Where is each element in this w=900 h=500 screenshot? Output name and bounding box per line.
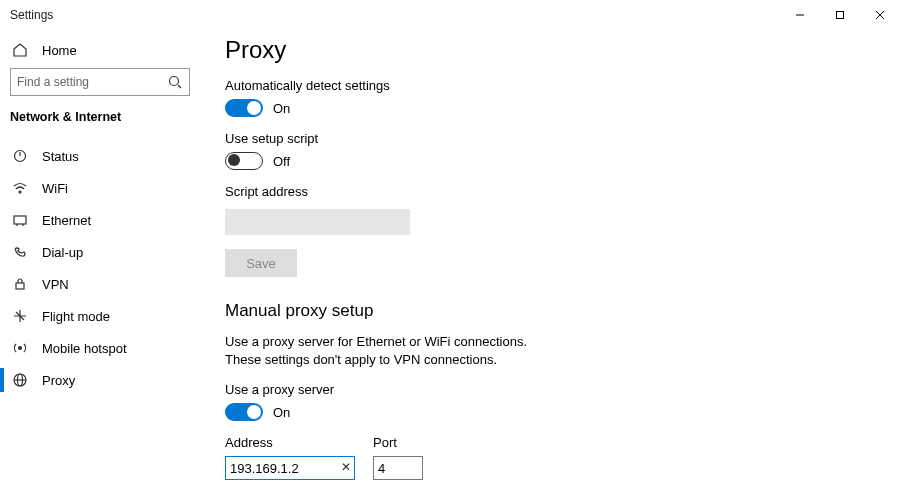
save-button[interactable]: Save: [225, 249, 297, 277]
globe-icon: [12, 372, 28, 388]
home-icon: [12, 42, 28, 58]
sidebar-item-label: Flight mode: [42, 309, 110, 324]
dialup-icon: [12, 244, 28, 260]
sidebar-item-dialup[interactable]: Dial-up: [10, 236, 205, 268]
use-proxy-label: Use a proxy server: [225, 382, 880, 397]
sidebar-item-wifi[interactable]: WiFi: [10, 172, 205, 204]
sidebar-item-status[interactable]: Status: [10, 140, 205, 172]
use-proxy-state: On: [273, 405, 290, 420]
page-title: Proxy: [225, 36, 880, 64]
script-address-input[interactable]: [225, 209, 410, 235]
vpn-icon: [12, 276, 28, 292]
svg-rect-9: [14, 216, 26, 224]
search-input[interactable]: Find a setting: [10, 68, 190, 96]
use-proxy-toggle[interactable]: [225, 403, 263, 421]
svg-rect-12: [16, 283, 24, 289]
sidebar-item-label: Ethernet: [42, 213, 91, 228]
home-link[interactable]: Home: [10, 38, 205, 68]
setup-script-toggle[interactable]: [225, 152, 263, 170]
sidebar: Home Find a setting Network & Internet S…: [0, 30, 205, 500]
sidebar-item-label: WiFi: [42, 181, 68, 196]
sidebar-item-label: Mobile hotspot: [42, 341, 127, 356]
airplane-icon: [12, 308, 28, 324]
window-title: Settings: [10, 8, 53, 22]
sidebar-item-hotspot[interactable]: Mobile hotspot: [10, 332, 205, 364]
sidebar-item-flightmode[interactable]: Flight mode: [10, 300, 205, 332]
address-label: Address: [225, 435, 355, 450]
titlebar: Settings: [0, 0, 900, 30]
auto-detect-toggle[interactable]: [225, 99, 263, 117]
sidebar-item-proxy[interactable]: Proxy: [10, 364, 205, 396]
close-button[interactable]: [860, 0, 900, 30]
svg-point-13: [19, 347, 22, 350]
minimize-button[interactable]: [780, 0, 820, 30]
setup-script-label: Use setup script: [225, 131, 880, 146]
sidebar-item-vpn[interactable]: VPN: [10, 268, 205, 300]
sidebar-item-ethernet[interactable]: Ethernet: [10, 204, 205, 236]
sidebar-item-label: Dial-up: [42, 245, 83, 260]
sidebar-item-label: Proxy: [42, 373, 75, 388]
sidebar-item-label: Status: [42, 149, 79, 164]
setup-script-state: Off: [273, 154, 290, 169]
port-input[interactable]: [373, 456, 423, 480]
auto-detect-state: On: [273, 101, 290, 116]
window-controls: [780, 0, 900, 30]
search-icon: [167, 74, 183, 90]
search-placeholder: Find a setting: [17, 75, 89, 89]
nav-list: Status WiFi Ethernet Dial-up VPN Flight …: [10, 140, 205, 396]
svg-point-8: [19, 191, 21, 193]
wifi-icon: [12, 180, 28, 196]
port-label: Port: [373, 435, 423, 450]
manual-heading: Manual proxy setup: [225, 301, 880, 321]
sidebar-item-label: VPN: [42, 277, 69, 292]
status-icon: [12, 148, 28, 164]
address-input[interactable]: [225, 456, 355, 480]
maximize-button[interactable]: [820, 0, 860, 30]
ethernet-icon: [12, 212, 28, 228]
exceptions-desc: Use the proxy server except for addresse…: [225, 496, 605, 500]
svg-rect-1: [837, 12, 844, 19]
section-heading: Network & Internet: [10, 110, 205, 124]
svg-line-5: [178, 85, 181, 88]
main-content: Proxy Automatically detect settings On U…: [205, 30, 900, 500]
svg-point-4: [170, 77, 179, 86]
auto-detect-label: Automatically detect settings: [225, 78, 880, 93]
home-label: Home: [42, 43, 77, 58]
manual-desc: Use a proxy server for Ethernet or WiFi …: [225, 333, 545, 368]
script-address-label: Script address: [225, 184, 880, 199]
hotspot-icon: [12, 340, 28, 356]
clear-icon[interactable]: ✕: [341, 460, 351, 474]
